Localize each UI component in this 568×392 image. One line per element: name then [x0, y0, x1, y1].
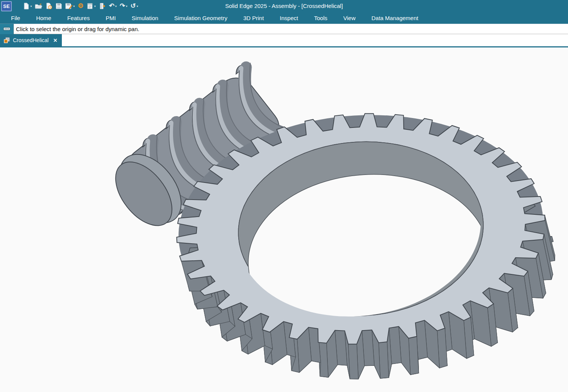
model-scene[interactable] [0, 47, 568, 391]
properties-button[interactable]: ▾ [85, 2, 97, 10]
tab-inspect[interactable]: Inspect [272, 13, 306, 24]
chevron-down-icon: ▾ [115, 5, 117, 8]
tab-file[interactable]: File [3, 13, 28, 24]
recent-document-icon [46, 3, 52, 9]
chevron-down-icon: ▾ [94, 5, 96, 8]
exit-door-icon [99, 3, 106, 9]
close-document-button[interactable] [98, 2, 107, 10]
new-document-icon [23, 3, 30, 9]
save-button[interactable] [54, 2, 63, 10]
chevron-down-filled-icon: ▾ [137, 5, 138, 8]
redo-button[interactable]: ↷ ▾ [119, 2, 129, 10]
document-tab-label: CrossedHelical [13, 37, 49, 43]
prompt-message: Click to select the origin or drag for d… [16, 26, 139, 32]
tab-data-management[interactable]: Data Management [363, 13, 426, 24]
tab-pmi[interactable]: PMI [98, 13, 124, 24]
undo-list-button[interactable]: ↺ ▾ [129, 2, 139, 10]
open-button[interactable] [34, 2, 44, 10]
3d-viewport[interactable] [0, 47, 568, 391]
assembly-document-icon [4, 37, 10, 43]
open-folder-icon [35, 3, 42, 9]
chevron-down-icon: ▾ [73, 5, 75, 8]
chevron-down-icon: ▾ [30, 5, 32, 8]
tab-3d-print[interactable]: 3D Print [235, 13, 272, 24]
open-recent-button[interactable] [44, 2, 53, 10]
undo-button[interactable]: ↶ ▾ [108, 2, 118, 10]
quick-access-toolbar: ▾ [22, 2, 139, 10]
properties-document-icon [87, 3, 93, 9]
close-tab-icon[interactable]: ✕ [53, 38, 57, 43]
tab-simulation-geometry[interactable]: Simulation Geometry [166, 13, 235, 24]
redo-icon: ↷ [120, 3, 125, 9]
tab-tools[interactable]: Tools [306, 13, 335, 24]
chevron-down-icon: ▾ [126, 5, 127, 8]
document-tab-crossedhelical[interactable]: CrossedHelical ✕ [0, 34, 62, 46]
tab-home[interactable]: Home [28, 13, 59, 24]
prompt-bar: Click to select the origin or drag for d… [0, 24, 568, 34]
gear-icon: ⚙ [78, 3, 83, 9]
prompt-bar-button[interactable] [0, 24, 14, 34]
new-document-button[interactable]: ▾ [22, 2, 33, 10]
title-bar: SE ▾ [0, 0, 568, 12]
prompt-bar-icon [3, 27, 11, 31]
save-as-icon [65, 3, 72, 9]
undo-list-icon: ↺ [131, 3, 136, 9]
tab-simulation[interactable]: Simulation [124, 13, 166, 24]
solid-edge-logo[interactable]: SE [1, 1, 12, 11]
ribbon-tab-bar: File Home Features PMI Simulation Simula… [0, 12, 568, 24]
save-icon [55, 3, 62, 9]
options-button[interactable]: ⚙ [77, 2, 85, 10]
tab-view[interactable]: View [335, 13, 363, 24]
document-tab-bar: CrossedHelical ✕ [0, 34, 568, 47]
save-as-button[interactable]: ▾ [64, 2, 76, 10]
tab-features[interactable]: Features [59, 13, 98, 24]
undo-icon: ↶ [109, 3, 114, 9]
